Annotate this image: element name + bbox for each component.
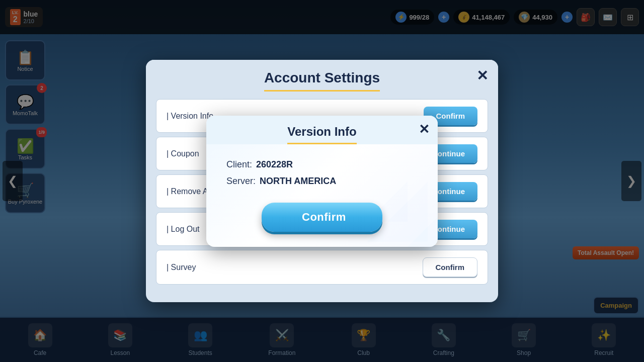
confirm-button-container: Confirm bbox=[206, 203, 438, 232]
version-modal-content: Client: 260228R Server: NORTH AMERICA bbox=[206, 144, 438, 203]
version-modal-header: Version Info ✕ bbox=[206, 116, 438, 144]
version-confirm-button[interactable]: Confirm bbox=[262, 203, 382, 232]
version-modal-close-button[interactable]: ✕ bbox=[419, 122, 430, 137]
version-info-overlay: Version Info ✕ Client: 260228R Server: N… bbox=[146, 60, 498, 302]
client-info-row: Client: 260228R bbox=[226, 159, 418, 170]
account-settings-modal: Account Settings ✕ | Version Info Confir… bbox=[146, 60, 498, 302]
version-info-title: Version Info bbox=[287, 125, 356, 144]
version-info-modal: Version Info ✕ Client: 260228R Server: N… bbox=[206, 116, 438, 247]
account-settings-overlay: Account Settings ✕ | Version Info Confir… bbox=[0, 0, 644, 362]
client-value: 260228R bbox=[256, 159, 293, 170]
server-info-row: Server: NORTH AMERICA bbox=[226, 176, 418, 187]
client-label: Client: bbox=[226, 159, 252, 170]
server-label: Server: bbox=[226, 176, 256, 187]
server-value: NORTH AMERICA bbox=[260, 176, 336, 187]
